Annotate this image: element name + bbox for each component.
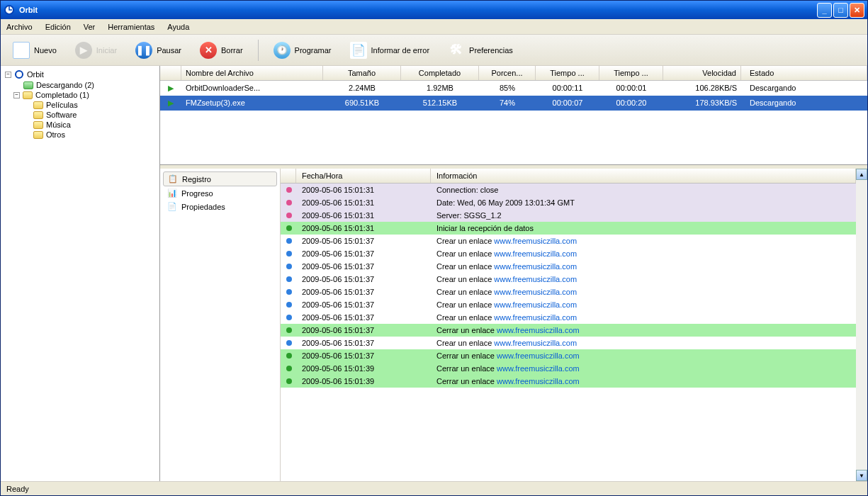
log-row[interactable]: 2009-05-06 15:01:37 Cerrar un enlace www… (281, 349, 856, 362)
properties-icon: 📄 (167, 202, 177, 211)
log-row-time: 2009-05-06 15:01:31 (296, 222, 431, 234)
log-row[interactable]: 2009-05-06 15:01:37 Crear un enlace www.… (281, 235, 856, 247)
menu-ayuda[interactable]: Ayuda (167, 23, 189, 31)
log-link[interactable]: www.freemusiczilla.com (497, 364, 580, 373)
log-col-time[interactable]: Fecha/Hora (296, 169, 431, 183)
bottom-pane: 📋 Registro 📊 Progreso 📄 Propiedades (160, 169, 867, 481)
expander-icon[interactable]: − (13, 92, 20, 98)
log-row[interactable]: 2009-05-06 15:01:39 Cerrar un enlace www… (281, 362, 856, 375)
log-link[interactable]: www.freemusiczilla.com (497, 326, 580, 334)
log-row-time: 2009-05-06 15:01:37 (296, 325, 431, 336)
log-row-icon (281, 197, 296, 208)
download-row[interactable]: ▶ OrbitDownloaderSe... 2.24MB 1.92MB 85%… (160, 81, 867, 96)
app-icon (4, 4, 15, 16)
log-row[interactable]: 2009-05-06 15:01:31 Date: Wed, 06 May 20… (281, 196, 856, 209)
download-icon: ▶ (160, 82, 181, 94)
log-col-info[interactable]: Información (431, 169, 856, 183)
log-row[interactable]: 2009-05-06 15:01:37 Cerrar un enlace www… (281, 324, 856, 337)
log-row[interactable]: 2009-05-06 15:01:37 Crear un enlace www.… (281, 286, 856, 298)
informar-button[interactable]: 📄 Informar de error (344, 38, 436, 62)
tree-descargando[interactable]: Descargando (2) (4, 80, 157, 90)
report-icon: 📄 (350, 42, 367, 59)
col-time1[interactable]: Tiempo ... (536, 66, 599, 80)
log-row-info: Crear un enlace www.freemusiczilla.com (431, 274, 856, 285)
log-row[interactable]: 2009-05-06 15:01:37 Crear un enlace www.… (281, 298, 856, 311)
log-link[interactable]: www.freemusiczilla.com (494, 262, 577, 271)
tab-propiedades[interactable]: 📄 Propiedades (163, 200, 277, 213)
log-col-icon[interactable] (281, 169, 296, 183)
log-link[interactable]: www.freemusiczilla.com (494, 288, 577, 296)
pausar-button[interactable]: ❚❚ Pausar (129, 38, 188, 62)
log-link[interactable]: www.freemusiczilla.com (494, 249, 577, 258)
download-row[interactable]: ▶ FMZsetup(3).exe 690.51KB 512.15KB 74% … (160, 96, 867, 111)
log-row[interactable]: 2009-05-06 15:01:37 Crear un enlace www.… (281, 337, 856, 349)
tab-progreso[interactable]: 📊 Progreso (163, 186, 277, 200)
menu-edicion[interactable]: Edición (45, 23, 71, 31)
log-link[interactable]: www.freemusiczilla.com (494, 300, 577, 309)
maximize-button[interactable]: □ (833, 3, 848, 18)
log-row[interactable]: 2009-05-06 15:01:31 Iniciar la recepción… (281, 222, 856, 235)
log-row-info: Iniciar la recepción de datos (431, 222, 856, 234)
log-row-info: Crear un enlace www.freemusiczilla.com (431, 235, 856, 247)
log-link[interactable]: www.freemusiczilla.com (494, 275, 577, 283)
programar-button[interactable]: 🕐 Programar (267, 38, 338, 62)
col-time2[interactable]: Tiempo ... (599, 66, 663, 80)
col-status[interactable]: Estado (741, 66, 867, 80)
sidebar-tree: − Orbit Descargando (2) − Completado (1)… (1, 66, 160, 481)
log-link[interactable]: www.freemusiczilla.com (494, 339, 577, 347)
log-row-info: Cerrar un enlace www.freemusiczilla.com (431, 350, 856, 361)
expander-icon[interactable]: − (5, 72, 11, 78)
log-link[interactable]: www.freemusiczilla.com (494, 237, 577, 245)
tab-registro[interactable]: 📋 Registro (163, 171, 277, 186)
log-row[interactable]: 2009-05-06 15:01:37 Crear un enlace www.… (281, 311, 856, 324)
scroll-track[interactable] (856, 180, 867, 470)
col-name[interactable]: Nombre del Archivo (181, 66, 323, 80)
log-row[interactable]: 2009-05-06 15:01:31 Connection: close (281, 184, 856, 196)
preferencias-button[interactable]: 🛠 Preferencias (441, 38, 519, 62)
tree-completado[interactable]: − Completado (1) (4, 90, 157, 100)
log-row[interactable]: 2009-05-06 15:01:31 Server: SGSG_1.2 (281, 209, 856, 222)
col-completed[interactable]: Completado (401, 66, 479, 80)
log-row-info: Cerrar un enlace www.freemusiczilla.com (431, 325, 856, 336)
vertical-scrollbar[interactable]: ▲ ▼ (856, 169, 867, 481)
menu-herramientas[interactable]: Herramientas (108, 23, 154, 31)
col-size[interactable]: Tamaño (323, 66, 401, 80)
log-row-icon (281, 337, 296, 349)
log-row-time: 2009-05-06 15:01:37 (296, 350, 431, 361)
tree-musica[interactable]: Música (4, 120, 157, 130)
tree-root[interactable]: − Orbit (4, 69, 157, 80)
iniciar-button[interactable]: ▶ Iniciar (69, 38, 123, 62)
iniciar-label: Iniciar (96, 46, 117, 55)
tree-peliculas-label: Películas (46, 101, 78, 109)
programar-label: Programar (295, 46, 332, 55)
log-row[interactable]: 2009-05-06 15:01:37 Crear un enlace www.… (281, 260, 856, 273)
cell-completed: 1.92MB (401, 82, 479, 94)
titlebar[interactable]: Orbit _ □ ✕ (1, 1, 867, 19)
scroll-up-button[interactable]: ▲ (856, 169, 867, 180)
tree-peliculas[interactable]: Películas (4, 100, 157, 110)
log-row[interactable]: 2009-05-06 15:01:37 Crear un enlace www.… (281, 273, 856, 286)
nuevo-button[interactable]: Nuevo (6, 38, 63, 62)
log-row-icon (281, 376, 296, 387)
borrar-button[interactable]: ✕ Borrar (193, 38, 249, 62)
tree-otros-label: Otros (46, 130, 65, 139)
col-speed[interactable]: Velocidad (663, 66, 741, 80)
log-link[interactable]: www.freemusiczilla.com (494, 313, 577, 322)
minimize-button[interactable]: _ (817, 3, 832, 18)
menu-ver[interactable]: Ver (84, 23, 96, 31)
close-button[interactable]: ✕ (850, 3, 864, 18)
log-row[interactable]: 2009-05-06 15:01:37 Crear un enlace www.… (281, 247, 856, 260)
tree-root-label: Orbit (27, 70, 44, 79)
menu-archivo[interactable]: Archivo (6, 23, 33, 31)
tree-otros[interactable]: Otros (4, 130, 157, 140)
log-link[interactable]: www.freemusiczilla.com (497, 377, 580, 385)
tree-software[interactable]: Software (4, 110, 157, 120)
scroll-down-button[interactable]: ▼ (856, 470, 867, 481)
col-icon[interactable] (160, 66, 181, 80)
log-row[interactable]: 2009-05-06 15:01:39 Cerrar un enlace www… (281, 375, 856, 388)
log-link[interactable]: www.freemusiczilla.com (497, 351, 580, 360)
cell-completed: 512.15KB (401, 97, 479, 109)
col-percent[interactable]: Porcen... (479, 66, 536, 80)
log-row-info: Crear un enlace www.freemusiczilla.com (431, 261, 856, 272)
window-controls: _ □ ✕ (817, 3, 864, 18)
